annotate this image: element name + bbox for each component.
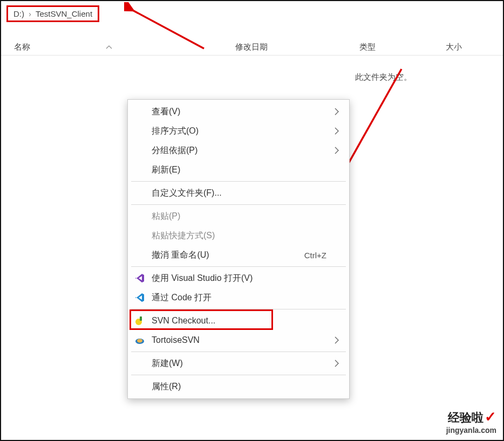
menu-paste: 粘贴(P) — [128, 206, 349, 226]
menu-sort-label: 排序方式(O) — [152, 126, 342, 137]
column-type-header[interactable]: 类型 — [359, 42, 376, 51]
tortoisesvn-icon — [134, 335, 145, 346]
menu-paste-label: 粘贴(P) — [152, 211, 342, 222]
chevron-right-icon — [334, 108, 339, 115]
menu-svn-checkout-label: SVN Checkout... — [152, 316, 342, 326]
menu-new[interactable]: 新建(W) — [128, 354, 349, 373]
menu-customize-folder[interactable]: 自定义文件夹(F)... — [128, 183, 349, 203]
column-headers: 名称 修改日期 类型 大小 — [1, 42, 503, 52]
menu-separator — [131, 204, 346, 205]
menu-tortoise-label: TortoiseSVN — [152, 335, 342, 345]
menu-customize-label: 自定义文件夹(F)... — [152, 188, 342, 199]
watermark-text: 经验啦 — [448, 411, 483, 424]
menu-separator — [131, 375, 346, 375]
breadcrumb-separator: › — [29, 9, 31, 18]
vscode-icon — [134, 292, 145, 303]
menu-separator — [131, 352, 346, 352]
breadcrumb-drive[interactable]: D:) — [13, 9, 24, 18]
chevron-right-icon — [334, 127, 339, 135]
watermark-check-icon: ✓ — [485, 409, 496, 425]
menu-undo-rename[interactable]: 撤消 重命名(U) Ctrl+Z — [128, 245, 349, 265]
menu-properties-label: 属性(R) — [152, 381, 342, 392]
menu-open-visual-studio[interactable]: 使用 Visual Studio 打开(V) — [128, 268, 349, 288]
menu-separator — [131, 266, 346, 267]
empty-folder-message: 此文件夹为空。 — [355, 72, 412, 82]
menu-separator — [131, 181, 346, 182]
chevron-right-icon — [334, 360, 339, 367]
menu-open-code-label: 通过 Code 打开 — [152, 292, 342, 304]
column-size-header[interactable]: 大小 — [446, 42, 462, 51]
menu-refresh[interactable]: 刷新(E) — [128, 160, 349, 180]
svn-checkout-icon — [134, 315, 145, 326]
menu-new-label: 新建(W) — [152, 358, 342, 369]
svg-rect-3 — [140, 316, 142, 321]
menu-open-vscode[interactable]: 通过 Code 打开 — [128, 288, 349, 307]
menu-paste-shortcut-label: 粘贴快捷方式(S) — [152, 230, 342, 242]
visual-studio-icon — [134, 273, 145, 284]
column-date-header[interactable]: 修改日期 — [235, 42, 268, 51]
menu-open-vs-label: 使用 Visual Studio 打开(V) — [152, 273, 342, 284]
context-menu: 查看(V) 排序方式(O) 分组依据(P) 刷新(E) 自定义文件夹(F)...… — [127, 99, 350, 399]
menu-properties[interactable]: 属性(R) — [128, 377, 349, 396]
header-divider — [1, 55, 503, 56]
watermark-url: jingyanla.com — [446, 426, 496, 435]
menu-undo-label: 撤消 重命名(U) — [152, 250, 304, 261]
menu-tortoisesvn[interactable]: TortoiseSVN — [128, 330, 349, 350]
breadcrumb[interactable]: D:) › TestSVN_Client — [6, 5, 99, 22]
menu-view[interactable]: 查看(V) — [128, 102, 349, 121]
menu-refresh-label: 刷新(E) — [152, 164, 342, 176]
menu-separator — [131, 309, 346, 309]
chevron-right-icon — [334, 336, 339, 344]
menu-paste-shortcut: 粘贴快捷方式(S) — [128, 226, 349, 245]
svg-point-5 — [137, 339, 142, 343]
menu-group-label: 分组依据(P) — [152, 145, 342, 156]
menu-view-label: 查看(V) — [152, 106, 342, 118]
menu-sort[interactable]: 排序方式(O) — [128, 121, 349, 141]
sort-ascending-icon[interactable] — [106, 45, 112, 50]
breadcrumb-folder[interactable]: TestSVN_Client — [36, 9, 92, 18]
menu-svn-checkout[interactable]: SVN Checkout... — [128, 311, 349, 330]
column-name-header[interactable]: 名称 — [14, 42, 30, 52]
watermark: 经验啦✓ jingyanla.com — [446, 409, 496, 435]
chevron-right-icon — [334, 147, 339, 154]
menu-group[interactable]: 分组依据(P) — [128, 141, 349, 160]
menu-undo-shortcut: Ctrl+Z — [304, 251, 326, 260]
